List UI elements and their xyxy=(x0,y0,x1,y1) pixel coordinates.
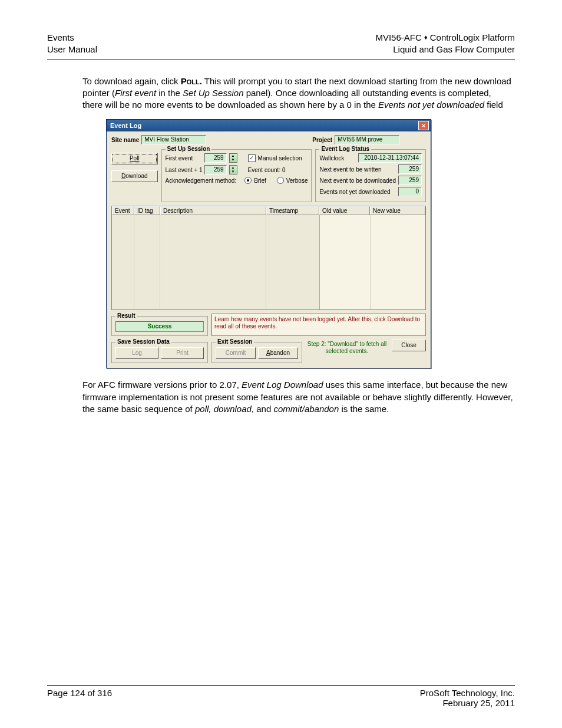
result-legend: Result xyxy=(115,312,137,319)
setup-session-legend: Set Up Session xyxy=(166,146,212,152)
titlebar[interactable]: Event Log × xyxy=(107,120,431,131)
wallclock-label: Wallclock xyxy=(319,155,344,162)
site-name-label: Site name xyxy=(111,137,139,143)
project-label: Project xyxy=(312,137,332,143)
event-count-label: Event count: 0 xyxy=(248,167,286,173)
ack-verbose-radio[interactable] xyxy=(277,177,284,184)
abandon-button[interactable]: Abandon xyxy=(258,347,298,359)
col-event[interactable]: Event xyxy=(112,206,134,215)
col-idtag[interactable]: ID tag xyxy=(134,206,160,215)
ack-method-label: Acknowledgement method: xyxy=(166,177,237,184)
page-footer: Page 124 of 316 ProSoft Technology, Inc.… xyxy=(47,685,515,708)
download-button[interactable]: Download xyxy=(111,170,158,182)
first-event-spinner[interactable]: ▲▼ xyxy=(229,153,237,163)
exit-session-group: Exit Session Commit Abandon xyxy=(211,342,302,363)
ack-brief-label: Brief xyxy=(254,177,266,184)
poll-button[interactable]: Poll xyxy=(111,153,158,164)
close-icon[interactable]: × xyxy=(418,121,429,130)
log-button[interactable]: Log xyxy=(115,347,158,359)
ack-verbose-label: Verbose xyxy=(286,177,308,184)
first-event-label: First event xyxy=(166,155,202,162)
first-event-field[interactable]: 259 xyxy=(204,153,227,163)
col-new-value[interactable]: New value xyxy=(370,206,425,215)
step2-hint: Step 2: "Download" to fetch all selected… xyxy=(306,340,388,355)
last-event-field[interactable]: 259 xyxy=(204,165,227,174)
last-event-label: Last event + 1 xyxy=(166,167,202,173)
footer-date: February 25, 2011 xyxy=(420,698,515,708)
save-session-legend: Save Session Data xyxy=(115,338,171,345)
event-log-status-group: Event Log Status Wallclock 2010-12-31.13… xyxy=(315,149,426,202)
header-right-1: MVI56-AFC ♦ ControlLogix Platform xyxy=(375,32,515,44)
wallclock-field: 2010-12-31.13:07:44 xyxy=(358,153,422,163)
commit-button[interactable]: Commit xyxy=(216,347,256,359)
footer-company: ProSoft Technology, Inc. xyxy=(420,688,515,698)
paragraph-1: To download again, click Poll. This will… xyxy=(82,75,514,111)
window-title: Event Log xyxy=(110,122,141,129)
project-field[interactable]: MVI56 MM prove xyxy=(335,135,399,144)
not-yet-field: 0 xyxy=(398,187,422,196)
next-dl-field: 259 xyxy=(398,176,422,185)
hint-text: Learn how many events have not been logg… xyxy=(211,314,426,336)
next-written-label: Next event to be written xyxy=(319,166,381,173)
next-written-field: 259 xyxy=(398,164,422,174)
manual-selection-checkbox[interactable]: ✓ xyxy=(248,154,256,162)
setup-session-group: Set Up Session First event 259 ▲▼ ✓ Manu… xyxy=(161,149,312,202)
footer-page: Page 124 of 316 xyxy=(47,688,112,708)
not-yet-label: Events not yet downloaded xyxy=(319,189,390,195)
save-session-group: Save Session Data Log Print xyxy=(111,342,208,363)
col-description[interactable]: Description xyxy=(160,206,266,215)
ack-brief-radio[interactable] xyxy=(244,177,252,184)
next-dl-label: Next event to be downloaded xyxy=(319,177,396,184)
page-header: Events User Manual MVI56-AFC ♦ ControlLo… xyxy=(47,32,515,60)
site-name-field[interactable]: MVI Flow Station xyxy=(141,135,206,144)
result-value: Success xyxy=(115,321,204,332)
col-old-value[interactable]: Old value xyxy=(319,206,370,215)
result-group: Result Success xyxy=(111,316,208,336)
header-left-2: User Manual xyxy=(47,44,97,55)
paragraph-2: For AFC firmware versions prior to 2.07,… xyxy=(82,379,514,415)
event-log-status-legend: Event Log Status xyxy=(319,146,371,152)
close-button[interactable]: Close xyxy=(392,340,426,351)
manual-selection-label: Manual selection xyxy=(258,155,302,162)
events-table: Event ID tag Description Timestamp Old v… xyxy=(111,206,426,310)
header-left-1: Events xyxy=(47,32,97,44)
event-log-dialog: Event Log × Site name MVI Flow Station P… xyxy=(106,119,431,368)
exit-session-legend: Exit Session xyxy=(216,338,254,345)
col-timestamp[interactable]: Timestamp xyxy=(266,206,319,215)
print-button[interactable]: Print xyxy=(161,347,204,359)
last-event-spinner[interactable]: ▲▼ xyxy=(229,165,237,174)
header-right-2: Liquid and Gas Flow Computer xyxy=(375,44,515,55)
